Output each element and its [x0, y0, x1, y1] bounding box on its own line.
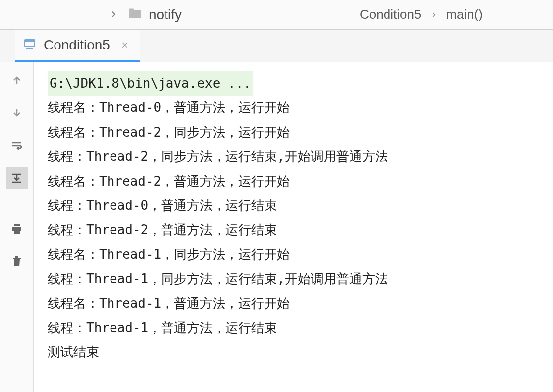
tab-condition5[interactable]: Condition5 [15, 30, 140, 62]
folder-breadcrumb-item[interactable]: notify [128, 7, 182, 23]
svg-rect-1 [25, 40, 35, 42]
console-line: 线程：Thread-0，普通方法，运行结束 [48, 194, 539, 218]
console-output[interactable]: G:\JDK1.8\bin\java.exe ... 线程名：Thread-0，… [34, 62, 553, 392]
console-exec-line: G:\JDK1.8\bin\java.exe ... [48, 71, 253, 96]
down-stack-button[interactable] [6, 102, 28, 124]
console-line: 线程名：Thread-2，同步方法，运行开始 [48, 120, 539, 145]
top-navigation-bar: notify Condition5 main() [0, 0, 553, 30]
chevron-right-icon[interactable] [109, 8, 118, 22]
folder-name: notify [149, 7, 182, 23]
console-line: 线程：Thread-2，同步方法，运行结束,开始调用普通方法 [48, 145, 539, 169]
main-area: G:\JDK1.8\bin\java.exe ... 线程名：Thread-0，… [0, 62, 553, 392]
soft-wrap-button[interactable] [6, 135, 28, 156]
console-line: 线程名：Thread-2，普通方法，运行开始 [48, 169, 539, 194]
breadcrumb-item-class[interactable]: Condition5 [360, 7, 421, 22]
up-stack-button[interactable] [6, 69, 28, 91]
scroll-to-end-button[interactable] [6, 167, 28, 189]
svg-rect-14 [13, 258, 21, 259]
svg-rect-13 [15, 256, 18, 258]
console-line: 线程：Thread-1，同步方法，运行结束,开始调用普通方法 [48, 267, 539, 291]
svg-rect-2 [26, 48, 33, 49]
svg-rect-12 [14, 230, 20, 234]
svg-rect-11 [14, 224, 20, 226]
close-icon[interactable] [121, 38, 129, 52]
console-line: 线程：Thread-1，普通方法，运行结束 [48, 316, 539, 340]
tab-label: Condition5 [44, 37, 110, 53]
print-button[interactable] [6, 218, 28, 240]
breadcrumb: Condition5 main() [280, 7, 483, 22]
console-line: 线程名：Thread-1，同步方法，运行开始 [48, 243, 539, 267]
breadcrumb-separator-icon [430, 8, 437, 21]
top-bar-left: notify [0, 7, 280, 23]
folder-icon [128, 7, 143, 23]
breadcrumb-item-method[interactable]: main() [446, 7, 483, 22]
console-line: 线程：Thread-2，普通方法，运行结束 [48, 218, 539, 242]
run-toolbar [0, 62, 34, 392]
console-line: 线程名：Thread-1，普通方法，运行开始 [48, 292, 539, 316]
console-line: 线程名：Thread-0，普通方法，运行开始 [48, 96, 539, 120]
tabs-row: Condition5 [0, 30, 553, 62]
clear-button[interactable] [6, 250, 28, 272]
run-config-icon [24, 38, 38, 52]
console-line: 测试结束 [48, 340, 539, 364]
